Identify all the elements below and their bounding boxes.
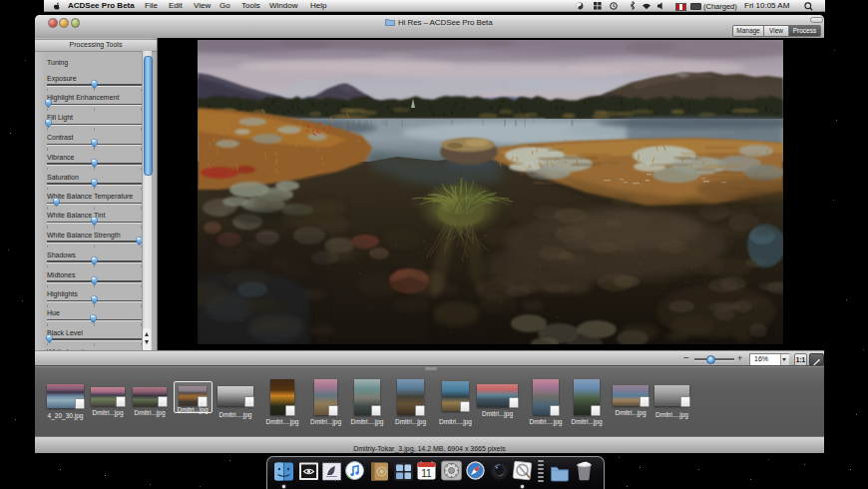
svg-text:11: 11 — [421, 468, 432, 479]
